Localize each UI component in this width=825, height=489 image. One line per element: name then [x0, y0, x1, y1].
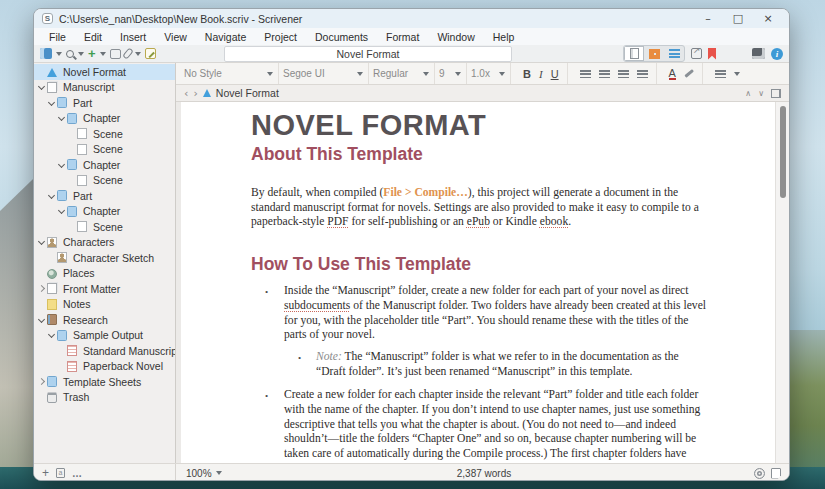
text-segment-plain: for self-publishing or an	[349, 215, 467, 228]
zoom-control[interactable]: 100%	[176, 468, 222, 479]
text-color-button[interactable]: A	[669, 68, 676, 80]
align-center-icon[interactable]	[599, 69, 610, 78]
underline-button[interactable]: U	[551, 68, 559, 80]
align-justify-icon[interactable]	[618, 69, 629, 78]
menu-help[interactable]: Help	[484, 31, 524, 43]
binder-toggle-icon[interactable]	[40, 48, 52, 59]
chevron-open-icon[interactable]	[38, 238, 46, 246]
more-options-button[interactable]: …	[72, 468, 83, 479]
editor-header-title: Novel Format	[216, 87, 279, 99]
scrivener-window: S C:\Users\e_nan\Desktop\New Book.scriv …	[33, 8, 790, 481]
compose-icon[interactable]	[145, 48, 156, 59]
outliner-view-button[interactable]	[664, 46, 684, 61]
binder-item-template-sheets[interactable]: Template Sheets	[34, 374, 175, 390]
doc-bullet-item: •Create a new folder for each chapter in…	[251, 388, 706, 463]
align-left-icon[interactable]	[580, 69, 591, 78]
menu-project[interactable]: Project	[255, 31, 306, 43]
editor-content[interactable]: NOVEL FORMATAbout This TemplateBy defaul…	[176, 102, 789, 463]
nav-back-icon[interactable]: ‹	[184, 87, 188, 100]
bold-button[interactable]: B	[523, 68, 531, 80]
italic-button[interactable]: I	[539, 68, 543, 80]
document-view-button[interactable]	[624, 46, 644, 61]
list-format-icon[interactable]	[715, 69, 726, 78]
menu-documents[interactable]: Documents	[306, 31, 377, 43]
paperclip-icon[interactable]	[122, 47, 134, 59]
bookmark-icon[interactable]	[708, 48, 716, 60]
document-page[interactable]: NOVEL FORMATAbout This TemplateBy defaul…	[251, 102, 706, 463]
menu-insert[interactable]: Insert	[111, 31, 155, 43]
nav-forward-icon[interactable]: ›	[193, 87, 197, 100]
binder-item-paperback-novel[interactable]: Paperback Novel	[34, 359, 175, 375]
editor-scrollbar[interactable]	[775, 102, 789, 463]
add-document-button[interactable]: +	[42, 466, 49, 480]
binder-item-trash[interactable]: Trash	[34, 390, 175, 406]
minimize-button[interactable]: –	[693, 9, 723, 28]
binder-toggle-dropdown-icon[interactable]	[56, 52, 62, 56]
media-icon[interactable]	[752, 48, 765, 59]
menu-window[interactable]: Window	[428, 31, 483, 43]
chevron-open-icon[interactable]	[58, 207, 66, 215]
binder-item-part[interactable]: Part	[34, 188, 175, 204]
footer-doc-icon[interactable]: a	[56, 468, 65, 478]
binder-item-places[interactable]: Places	[34, 266, 175, 282]
font-dropdown[interactable]: Segoe UI	[283, 63, 369, 84]
chevron-open-icon[interactable]	[48, 192, 56, 200]
line-spacing-dropdown[interactable]: 1.0x	[471, 63, 511, 84]
split-view-icon[interactable]	[771, 89, 781, 98]
add-item-dropdown-icon[interactable]	[100, 52, 106, 56]
inspector-info-icon[interactable]: i	[771, 48, 783, 60]
menu-edit[interactable]: Edit	[75, 31, 111, 43]
chevron-open-icon[interactable]	[58, 161, 66, 169]
font-weight-dropdown[interactable]: Regular	[373, 63, 435, 84]
corkboard-view-button[interactable]	[644, 46, 664, 61]
binder-item-chapter[interactable]: Chapter	[34, 204, 175, 220]
binder-item-character-sketch[interactable]: Character Sketch	[34, 250, 175, 266]
binder-item-chapter[interactable]: Chapter	[34, 157, 175, 173]
binder-item-notes[interactable]: Notes	[34, 297, 175, 313]
binder-item-research[interactable]: Research	[34, 312, 175, 328]
chevron-open-icon[interactable]	[38, 316, 46, 324]
close-button[interactable]: ×	[753, 9, 783, 28]
writing-target-icon[interactable]	[754, 468, 765, 479]
binder-item-chapter[interactable]: Chapter	[34, 111, 175, 127]
chevron-open-icon[interactable]	[58, 114, 66, 122]
add-item-icon[interactable]: +	[88, 48, 96, 59]
menu-file[interactable]: File	[40, 31, 75, 43]
binder-item-manuscript[interactable]: Manuscript	[34, 80, 175, 96]
document-title-field[interactable]: Novel Format	[224, 46, 512, 62]
binder-item-scene[interactable]: Scene	[34, 173, 175, 189]
previous-document-icon[interactable]: ∧	[745, 89, 751, 98]
search-icon[interactable]	[66, 50, 74, 58]
search-dropdown-icon[interactable]	[78, 52, 84, 56]
chevron-open-icon[interactable]	[48, 331, 56, 339]
paperclip-dropdown-icon[interactable]	[135, 52, 141, 56]
menu-view[interactable]: View	[155, 31, 196, 43]
binder-item-scene[interactable]: Scene	[34, 126, 175, 142]
font-size-dropdown[interactable]: 9	[439, 63, 467, 84]
scrollbar-thumb[interactable]	[780, 106, 786, 198]
binder-item-sample-output[interactable]: Sample Output	[34, 328, 175, 344]
style-dropdown[interactable]: No Style	[184, 63, 279, 84]
menu-format[interactable]: Format	[377, 31, 428, 43]
chevron-closed-icon[interactable]	[38, 285, 46, 293]
chevron-closed-icon[interactable]	[38, 378, 46, 386]
highlight-pen-icon[interactable]	[684, 69, 693, 77]
menu-navigate[interactable]: Navigate	[196, 31, 255, 43]
align-right-icon[interactable]	[637, 69, 648, 78]
binder-item-part[interactable]: Part	[34, 95, 175, 111]
binder-item-scene[interactable]: Scene	[34, 142, 175, 158]
binder-item-scene[interactable]: Scene	[34, 219, 175, 235]
folder-icon	[67, 206, 77, 217]
chevron-open-icon[interactable]	[38, 83, 46, 91]
binder-item-characters[interactable]: Characters	[34, 235, 175, 251]
binder-item-standard-manuscript[interactable]: Standard Manuscript	[34, 343, 175, 359]
snapshot-icon[interactable]	[110, 49, 121, 59]
maximize-button[interactable]: □	[723, 9, 753, 28]
next-document-icon[interactable]: ∨	[758, 89, 764, 98]
binder-item-novel-format[interactable]: Novel Format	[34, 64, 175, 80]
page-view-icon[interactable]	[771, 468, 781, 479]
list-dropdown-icon[interactable]	[734, 72, 740, 76]
binder-item-front-matter[interactable]: Front Matter	[34, 281, 175, 297]
export-icon[interactable]	[691, 48, 702, 59]
chevron-open-icon[interactable]	[48, 99, 56, 107]
